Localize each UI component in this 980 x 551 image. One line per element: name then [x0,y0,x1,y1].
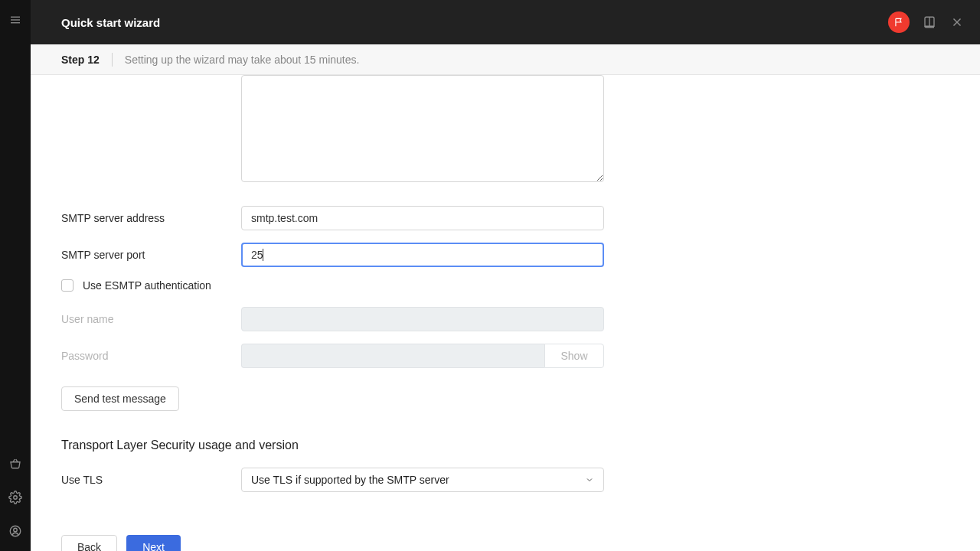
tls-section-title: Transport Layer Security usage and versi… [61,439,635,452]
use-tls-value: Use TLS if supported by the SMTP server [251,474,449,486]
step-label: Step 12 [61,54,100,66]
svg-point-5 [14,528,18,532]
esmtp-label: Use ESMTP authentication [83,279,211,292]
page-title: Quick start wizard [61,16,160,29]
bookmark-icon[interactable] [922,15,937,30]
topbar: Quick start wizard [31,0,980,44]
text-caret [263,249,263,261]
password-input [241,344,544,368]
account-icon[interactable] [6,522,24,540]
show-password-button: Show [544,344,604,368]
step-hint: Setting up the wizard may take about 15 … [125,54,360,66]
menu-icon[interactable] [6,11,24,29]
back-button[interactable]: Back [61,535,117,551]
basket-icon[interactable] [6,455,24,473]
use-tls-select[interactable]: Use TLS if supported by the SMTP server [241,468,604,492]
step-bar: Step 12 Setting up the wizard may take a… [31,44,980,75]
gear-icon[interactable] [6,488,24,507]
smtp-address-input[interactable] [241,206,604,230]
next-button[interactable]: Next [126,535,181,551]
username-label: User name [61,313,241,325]
svg-point-4 [10,526,21,536]
esmtp-checkbox[interactable] [61,279,74,292]
smtp-port-label: SMTP server port [61,249,241,261]
sidebar [0,0,31,551]
password-label: Password [61,350,241,362]
flag-button[interactable] [888,11,910,33]
message-textarea[interactable] [241,75,604,182]
close-icon[interactable] [949,15,965,30]
use-tls-label: Use TLS [61,474,241,486]
svg-point-3 [14,496,18,500]
step-divider [112,53,113,67]
smtp-port-input[interactable]: 25 [241,243,604,267]
username-input [241,307,604,331]
smtp-address-label: SMTP server address [61,212,241,224]
send-test-button[interactable]: Send test message [61,386,179,411]
chevron-down-icon [585,475,594,484]
content-area: SMTP server address SMTP server port 25 … [31,75,980,551]
